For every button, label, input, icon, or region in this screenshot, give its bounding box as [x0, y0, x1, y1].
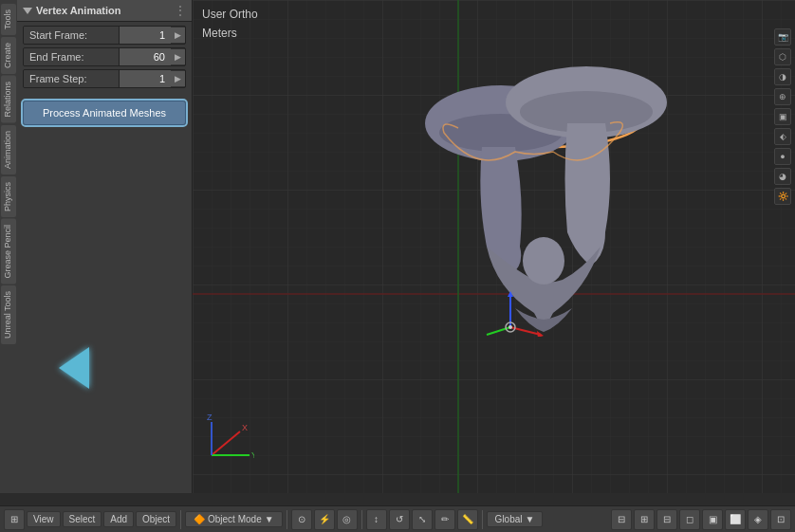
bottom-toolbar: ⊞ View Select Add Object 🔶 Object Mode ▼…	[0, 505, 795, 532]
toolbar-separator-3	[361, 510, 362, 529]
toolbar-separator-1	[180, 510, 181, 529]
viewport[interactable]: User Ortho Meters	[193, 0, 795, 493]
svg-point-10	[523, 237, 564, 284]
frame-step-row: Frame Step: 1 ▶	[23, 69, 186, 88]
toolbar-extra-1[interactable]: ⊟	[611, 509, 632, 530]
vertex-animation-fields: Start Frame: 1 ▶ End Frame: 60 ▶ Frame S…	[17, 22, 192, 95]
toolbar-mode-icon: 🔶	[194, 514, 205, 524]
collapse-icon	[23, 8, 32, 14]
toolbar-extra-2[interactable]: ⊞	[634, 509, 655, 530]
toolbar-extra-8[interactable]: ⊡	[770, 509, 791, 530]
material-icon[interactable]: ◕	[774, 168, 791, 185]
svg-marker-12	[508, 291, 513, 297]
tab-grease-pencil[interactable]: Grease Pencil	[1, 219, 16, 284]
left-arrow-icon	[59, 347, 89, 389]
toolbar-measure-icon[interactable]: 📏	[457, 509, 478, 530]
end-frame-value[interactable]: 60	[119, 48, 171, 65]
camera-view-icon[interactable]: 📷	[774, 28, 791, 46]
tab-tools[interactable]: Tools	[1, 4, 16, 35]
tab-relations[interactable]: Relations	[1, 76, 16, 123]
render-icon[interactable]: 🔆	[774, 188, 791, 205]
end-frame-row: End Frame: 60 ▶	[23, 47, 186, 66]
toolbar-extra-3[interactable]: ⊟	[656, 509, 677, 530]
toolbar-mode-select[interactable]: 🔶 Object Mode ▼	[185, 511, 283, 527]
toolbar-grid-icon[interactable]: ⊞	[4, 509, 25, 530]
solid-icon[interactable]: ●	[774, 148, 791, 165]
start-frame-label: Start Frame:	[24, 27, 119, 44]
toolbar-transform-icon[interactable]: ↕	[366, 509, 387, 530]
end-frame-label: End Frame:	[24, 48, 119, 65]
svg-line-18	[212, 431, 240, 455]
arrow-area	[36, 341, 112, 394]
shading-icon[interactable]: ◑	[774, 68, 791, 85]
viewport-units-label: Meters	[202, 27, 237, 40]
toolbar-proportional-icon[interactable]: ◎	[337, 509, 358, 530]
toolbar-extra-6[interactable]: ⬜	[725, 509, 746, 530]
left-tab-bar: Tools Create Relations Animation Physics…	[0, 0, 17, 493]
toolbar-extra-7[interactable]: ◈	[748, 509, 768, 530]
start-frame-value[interactable]: 1	[119, 27, 171, 44]
perspective-icon[interactable]: ⬡	[774, 48, 791, 65]
transform-gizmo	[472, 289, 548, 337]
toolbar-view-btn[interactable]: View	[27, 511, 61, 527]
svg-marker-14	[537, 331, 544, 337]
toolbar-rotate-icon[interactable]: ↺	[389, 509, 410, 530]
tab-create[interactable]: Create	[1, 37, 16, 74]
toolbar-global-label: Global	[495, 514, 523, 524]
frame-step-arrow[interactable]: ▶	[171, 71, 185, 86]
vertex-animation-title: Vertex Animation	[36, 5, 120, 16]
svg-text:X: X	[242, 423, 248, 432]
toolbar-snap-icon[interactable]: ⊙	[291, 509, 312, 530]
frame-step-label: Frame Step:	[24, 70, 119, 87]
start-frame-arrow[interactable]: ▶	[171, 28, 185, 43]
toolbar-extra-5[interactable]: ▣	[702, 509, 723, 530]
viewport-projection-label: User Ortho	[202, 8, 258, 21]
toolbar-annotate-icon[interactable]: ✏	[434, 509, 455, 530]
tab-unreal-tools[interactable]: Unreal Tools	[1, 285, 16, 344]
menu-dots-icon[interactable]: ⋮	[174, 3, 186, 18]
toolbar-scale-icon[interactable]: ⤡	[412, 509, 433, 530]
process-animated-meshes-button[interactable]: Process Animated Meshes	[23, 101, 186, 125]
toolbar-separator-4	[482, 510, 483, 529]
toolbar-object-btn[interactable]: Object	[136, 511, 176, 527]
toolbar-mode-label: Object Mode	[208, 514, 262, 524]
overlay-icon[interactable]: ⊕	[774, 88, 791, 105]
toolbar-global-arrow: ▼	[526, 514, 535, 524]
tab-physics[interactable]: Physics	[1, 176, 16, 217]
toolbar-select-btn[interactable]: Select	[63, 511, 102, 527]
start-frame-row: Start Frame: 1 ▶	[23, 26, 186, 45]
svg-text:Z: Z	[207, 413, 213, 422]
tab-animation[interactable]: Animation	[1, 125, 16, 174]
frame-step-value[interactable]: 1	[119, 70, 171, 87]
axes-indicator: X Y Z	[202, 413, 254, 465]
end-frame-arrow[interactable]: ▶	[171, 49, 185, 64]
vertex-animation-header[interactable]: Vertex Animation ⋮	[17, 0, 192, 22]
toolbar-separator-2	[287, 510, 287, 529]
svg-point-17	[508, 325, 512, 329]
toolbar-magnet-icon[interactable]: ⚡	[314, 509, 335, 530]
toolbar-global-select[interactable]: Global ▼	[487, 511, 544, 527]
toolbar-extra-4[interactable]: ◻	[679, 509, 700, 530]
xray-icon[interactable]: ▣	[774, 108, 791, 125]
toolbar-add-btn[interactable]: Add	[103, 511, 134, 527]
svg-text:Y: Y	[251, 450, 254, 460]
toolbar-mode-arrow: ▼	[265, 514, 274, 524]
wire-icon[interactable]: ⬖	[774, 128, 791, 145]
viewport-right-icons: 📷 ⬡ ◑ ⊕ ▣ ⬖ ● ◕ 🔆	[774, 28, 791, 205]
side-panel: Vertex Animation ⋮ Start Frame: 1 ▶ End …	[17, 0, 193, 493]
